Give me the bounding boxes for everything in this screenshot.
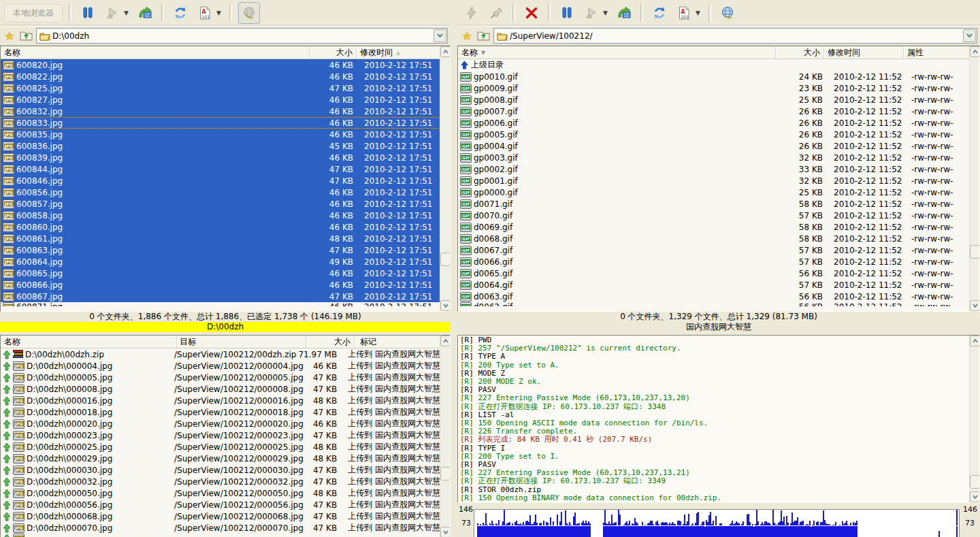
local-file-row[interactable]: JPG600856.jpg46 KB2010-2-12 17:51 [1, 186, 440, 198]
remote-file-row[interactable]: GIFgp0004.gif26 KB2010-2-12 11:52-rw-rw-… [458, 140, 970, 152]
queue-item-row[interactable]: JPGD:\00dzh\000029.jpg/SuperView/100212/… [1, 453, 440, 464]
queue-item-row[interactable]: JPGD:\00dzh\000018.jpg/SuperView/100212/… [1, 406, 440, 418]
remote-file-row[interactable]: GIFd0064.gif57 KB2010-2-12 11:52-rw-rw-r… [458, 279, 970, 291]
local-file-row[interactable]: JPG600857.jpg46 KB2010-2-12 17:51 [1, 198, 440, 210]
remote-file-row[interactable]: GIFgp0006.gif26 KB2010-2-12 11:52-rw-rw-… [458, 117, 970, 129]
queue-item-row[interactable]: JPGD:\00dzh\000070.jpg/SuperView/100212/… [1, 522, 440, 534]
scroll-up-button[interactable] [440, 46, 451, 57]
local-file-row[interactable]: JPG600864.jpg49 KB2010-2-12 17:51 [1, 256, 440, 267]
remote-file-row[interactable]: GIFd0066.gif57 KB2010-2-12 11:52-rw-rw-r… [458, 256, 970, 267]
scroll-down-button[interactable] [440, 300, 451, 311]
scroll-down-button[interactable] [440, 527, 451, 537]
dropdown-arrow-icon[interactable]: ▼ [216, 10, 223, 16]
local-file-row[interactable]: JPG600820.jpg46 KB2010-2-12 17:51 [1, 59, 440, 71]
local-path-combo[interactable]: D:\00dzh [36, 28, 448, 44]
column-header-name[interactable]: 名称 [1, 336, 177, 348]
site-globe-button[interactable] [717, 3, 738, 23]
remote-file-row[interactable]: GIFd0063.gif56 KB2010-2-12 11:52-rw-rw-r… [458, 291, 970, 302]
queue-item-row[interactable]: JPGD:\00dzh\000016.jpg/SuperView/100212/… [1, 395, 440, 406]
local-file-row[interactable]: JPG600866.jpg46 KB2010-2-12 17:51 [1, 279, 440, 291]
remote-file-row[interactable]: GIFgp0000.gif25 KB2010-2-12 11:52-rw-rw-… [458, 186, 970, 198]
remote-file-row[interactable]: GIFd0067.gif57 KB2010-2-12 11:52-rw-rw-r… [458, 244, 970, 256]
pause-button[interactable] [78, 3, 98, 23]
queue-item-row[interactable]: D:\00dzh\00dzh.zip/SuperView/100212/00dz… [1, 348, 440, 360]
local-file-row[interactable]: JPG600846.jpg47 KB2010-2-12 17:51 [1, 175, 440, 186]
path-dropdown-button[interactable] [434, 29, 446, 42]
remote-file-row[interactable]: GIFd0070.gif57 KB2010-2-12 11:52-rw-rw-r… [458, 210, 970, 221]
queue-item-row[interactable]: JPGD:\00dzh\000008.jpg/SuperView/100212/… [1, 383, 440, 395]
local-file-row[interactable]: JPG600844.jpg47 KB2010-2-12 17:51 [1, 163, 440, 175]
column-header-mtime[interactable]: 修改时间▲ [357, 46, 440, 59]
column-header-name[interactable]: 名称 [1, 46, 310, 59]
local-file-row[interactable]: JPG600839.jpg46 KB2010-2-12 17:51 [1, 152, 440, 163]
remote-scrollbar[interactable] [969, 46, 979, 311]
local-file-row[interactable]: JPG600835.jpg46 KB2010-2-12 17:51 [1, 129, 440, 140]
transfer-button[interactable] [614, 3, 634, 23]
refresh-button[interactable] [170, 3, 191, 23]
remote-path-combo[interactable]: /SuperView/100212/ [493, 28, 977, 44]
transfer-button[interactable] [135, 3, 155, 23]
scroll-up-button[interactable] [440, 336, 451, 346]
path-dropdown-button[interactable] [963, 29, 976, 42]
scroll-down-button[interactable] [970, 300, 980, 311]
log-scrollbar[interactable] [969, 336, 979, 502]
column-header-perm[interactable]: 属性 [904, 46, 970, 59]
queue-item-row-partial[interactable]: JPG [1, 534, 440, 537]
resume-button[interactable] [102, 3, 122, 23]
scrollbar-thumb[interactable] [970, 245, 980, 259]
favorites-star-icon[interactable]: ★ [3, 29, 16, 43]
column-header-size[interactable]: 大小 [776, 46, 824, 59]
view-mode-button[interactable]: A101 [674, 3, 694, 23]
local-file-row[interactable]: JPG600825.jpg47 KB2010-2-12 17:51 [1, 82, 440, 94]
offline-browser-button[interactable] [238, 2, 260, 24]
parent-folder-icon[interactable] [20, 29, 33, 43]
local-file-row[interactable]: JPG600863.jpg47 KB2010-2-12 17:51 [1, 244, 440, 256]
remote-file-row[interactable]: GIFgp0003.gif32 KB2010-2-12 11:52-rw-rw-… [458, 152, 970, 163]
disconnect-button[interactable] [521, 3, 542, 23]
scrollbar-thumb[interactable] [970, 475, 980, 489]
resume-button[interactable] [581, 3, 602, 23]
queue-item-row[interactable]: JPGD:\00dzh\000030.jpg/SuperView/100212/… [1, 464, 440, 476]
local-file-row[interactable]: JPG600861.jpg48 KB2010-2-12 17:51 [1, 233, 440, 244]
local-file-row[interactable]: JPG600822.jpg46 KB2010-2-12 17:51 [1, 71, 440, 82]
remote-path-text[interactable]: /SuperView/100212/ [510, 31, 963, 41]
view-mode-button[interactable]: A101 [195, 3, 215, 23]
remote-file-row[interactable]: GIFgp0001.gif32 KB2010-2-12 11:52-rw-rw-… [458, 175, 970, 186]
dropdown-arrow-icon[interactable]: ▼ [696, 10, 702, 16]
dropdown-arrow-icon[interactable]: ▼ [124, 10, 131, 16]
quick-connect-button[interactable] [461, 3, 482, 23]
local-file-row[interactable]: JPG600827.jpg46 KB2010-2-12 17:51 [1, 94, 440, 105]
connect-button[interactable] [486, 3, 506, 23]
queue-item-row[interactable]: JPGD:\00dzh\000056.jpg/SuperView/100212/… [1, 499, 440, 510]
local-file-row-partial[interactable]: JPG600871.jpg46 KB2010-2-12 17:51 [1, 302, 440, 306]
remote-file-row[interactable]: GIFd0069.gif58 KB2010-2-12 11:52-rw-rw-r… [458, 221, 970, 233]
local-file-row[interactable]: JPG600833.jpg46 KB2010-2-12 17:51 [1, 117, 440, 129]
local-file-row[interactable]: JPG600860.jpg46 KB2010-2-12 17:51 [1, 221, 440, 233]
queue-item-row[interactable]: JPGD:\00dzh\000020.jpg/SuperView/100212/… [1, 418, 440, 429]
column-header-name[interactable]: 名称▼ [458, 46, 776, 59]
refresh-button[interactable] [649, 3, 670, 23]
remote-file-row[interactable]: GIFd0071.gif58 KB2010-2-12 11:52-rw-rw-r… [458, 198, 970, 210]
local-browser-button[interactable]: 本地浏览器 [4, 4, 63, 22]
scroll-up-button[interactable] [970, 46, 980, 57]
remote-file-row[interactable]: GIFd0068.gif58 KB2010-2-12 11:52-rw-rw-r… [458, 233, 970, 244]
scrollbar-thumb[interactable] [440, 467, 451, 481]
favorites-star-icon[interactable]: ★ [460, 29, 474, 43]
dropdown-arrow-icon[interactable]: ▼ [603, 10, 610, 16]
remote-file-row[interactable]: GIFgp0002.gif33 KB2010-2-12 11:52-rw-rw-… [458, 163, 970, 175]
remote-file-row[interactable]: GIFgp0009.gif23 KB2010-2-12 11:52-rw-rw-… [458, 82, 970, 94]
queue-item-row[interactable]: JPGD:\00dzh\000050.jpg/SuperView/100212/… [1, 487, 440, 499]
local-scrollbar[interactable] [440, 46, 450, 311]
queue-item-row[interactable]: JPGD:\00dzh\000004.jpg/SuperView/100212/… [1, 360, 440, 372]
remote-file-row[interactable]: GIFd0065.gif56 KB2010-2-12 11:52-rw-rw-r… [458, 267, 970, 279]
queue-scrollbar[interactable] [440, 336, 450, 537]
remote-file-row-partial[interactable]: GIFd0062.gif56 KB2010-2-12 11:52-rw-rw-r… [458, 302, 970, 306]
local-file-row[interactable]: JPG600865.jpg46 KB2010-2-12 17:51 [1, 267, 440, 279]
scroll-up-button[interactable] [970, 336, 980, 346]
remote-file-row[interactable]: GIFgp0007.gif26 KB2010-2-12 11:52-rw-rw-… [458, 105, 970, 117]
local-path-text[interactable]: D:\00dzh [52, 31, 434, 41]
parent-directory-row[interactable]: 上级目录 [458, 59, 970, 71]
remote-file-row[interactable]: GIFgp0005.gif26 KB2010-2-12 11:52-rw-rw-… [458, 129, 970, 140]
remote-file-row[interactable]: GIFgp0008.gif25 KB2010-2-12 11:52-rw-rw-… [458, 94, 970, 105]
column-header-size[interactable]: 大小 [310, 46, 357, 59]
